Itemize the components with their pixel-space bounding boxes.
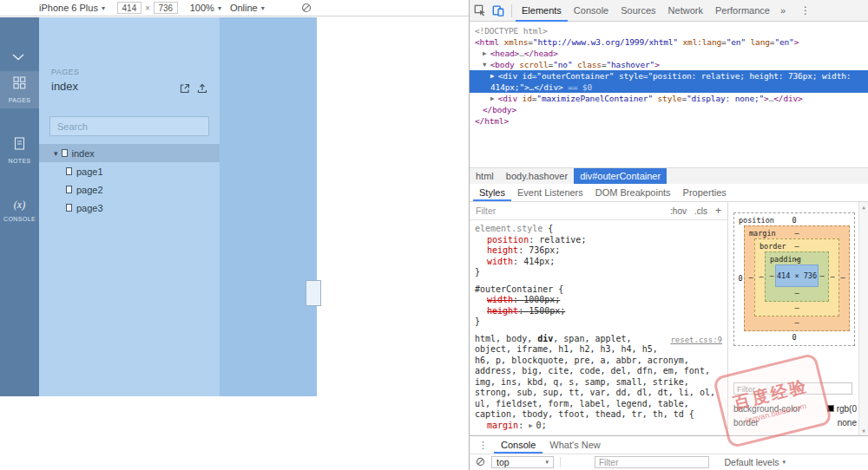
search-input[interactable] [49,116,209,136]
tree-expand-caret-icon[interactable]: ▾ [54,149,58,158]
style-property[interactable]: height: 1500px; [475,306,722,317]
sidebar-tab-event-listeners[interactable]: Event Listeners [511,184,589,201]
computed-row[interactable]: background-colorrgb(0 [733,401,857,415]
box-model-content-size[interactable]: 414 × 736 [775,264,819,287]
stylesheet-link[interactable]: reset.css:9 [670,335,722,346]
dom-tree-line[interactable]: ▶ <div id="maximizePanelContainer" style… [470,93,868,104]
position-bottom-value[interactable]: 0 [792,333,796,342]
dom-tree-line[interactable]: ▶ <head>…</head> [470,48,868,59]
kebab-menu-icon[interactable]: ⋮ [472,436,494,454]
expand-shorthand-icon[interactable]: ▶ [529,422,536,429]
dom-tree-line[interactable]: <html xmlns="http://www.w3.org/1999/xhtm… [470,36,868,48]
sidebar-item-console[interactable]: (x) CONSOLE [0,196,39,222]
no-throttling-icon[interactable] [301,3,312,13]
breadcrumb-item[interactable]: html [470,168,500,184]
console-x-icon: (x) [14,199,25,211]
style-property[interactable]: height: 736px; [475,245,722,257]
margin-left-value[interactable]: – [747,238,754,317]
style-property[interactable]: margin: ▶ 0; [475,421,722,432]
style-rule[interactable]: element.style {position: relative;height… [475,224,722,278]
padding-right-value[interactable]: – [819,264,825,287]
device-toolbar-toggle-icon[interactable] [492,4,504,16]
tree-row[interactable]: page2 [39,180,220,199]
sidebar-item-pages[interactable]: PAGES [0,71,39,108]
scrollbar[interactable]: ▲ ▼ [858,202,868,435]
style-property[interactable]: width: 414px; [475,257,722,268]
tree-row[interactable]: page3 [39,199,220,217]
box-model-diagram[interactable]: position 0 0 margin – – [728,202,868,346]
border-bottom-value[interactable]: – [794,304,799,312]
devtools-tab-sources[interactable]: Sources [615,0,661,22]
chevron-down-icon: ▾ [218,4,221,12]
border-right-value[interactable]: – [829,251,836,302]
property-name: height [487,306,518,316]
margin-right-value[interactable]: – [839,238,846,317]
viewport-height-input[interactable] [154,2,178,14]
devtools-tab-elements[interactable]: Elements [516,0,568,22]
margin-top-value[interactable]: – [794,229,799,238]
dom-tree-line[interactable]: <!DOCTYPE html> [470,25,868,36]
drawer-tab-what-s-new[interactable]: What's New [542,436,607,454]
console-filter-input[interactable] [595,456,709,468]
collapse-chevron-icon[interactable] [11,49,25,64]
execution-context-select[interactable]: top ▾ [491,456,554,468]
padding-left-value[interactable]: – [768,264,775,287]
breadcrumb-item[interactable]: div#outerContainer [574,168,667,184]
screenshot-root: iPhone 6 Plus ▾ × 100% ▾ Online ▾ [0,0,868,470]
scroll-up-icon[interactable]: ▲ [862,204,865,210]
computed-property-value: none [838,418,857,428]
new-style-rule-button[interactable]: + [715,205,721,217]
code-token: > [794,37,799,47]
toggle-class-button[interactable]: .cls [694,206,707,216]
publish-icon[interactable] [197,82,207,97]
dom-tree-line[interactable]: ▼ <body scroll="no" class="hashover"> [470,59,868,70]
dom-tree-line[interactable]: </body> [470,104,868,115]
computed-filter-input[interactable] [733,382,852,395]
devtools-tabs: ElementsConsoleSourcesNetworkPerformance [516,0,776,22]
sidebar-item-notes[interactable]: NOTES [0,137,39,164]
margin-bottom-value[interactable]: – [794,318,799,327]
sidebar-tab-properties[interactable]: Properties [677,184,733,201]
computed-row[interactable]: bordernone [733,415,857,429]
style-rule[interactable]: reset.css:9html, body, div, span, applet… [475,334,722,432]
open-in-new-icon[interactable] [180,82,190,97]
drawer-tab-console[interactable]: Console [494,436,542,454]
device-type-select[interactable]: iPhone 6 Plus ▾ [39,3,105,13]
sidebar-tab-dom-breakpoints[interactable]: DOM Breakpoints [589,184,677,201]
toggle-hover-state-button[interactable]: :hov [670,206,687,216]
code-token: "no" [553,60,572,69]
dom-tree-line[interactable]: 414px;">…</div> == $0 [470,82,868,93]
position-left-value[interactable]: 0 [737,225,744,331]
devtools-tab-network[interactable]: Network [662,0,709,22]
kebab-menu-icon[interactable]: ⋮ [797,4,814,16]
clear-console-icon[interactable] [476,457,485,468]
network-throttle-select[interactable]: Online ▾ [230,3,265,13]
padding-bottom-value[interactable]: – [794,289,799,297]
style-property[interactable]: width: 1000px; [475,295,722,306]
tree-row[interactable]: page1 [39,162,220,180]
border-left-value[interactable]: – [758,251,765,302]
more-tabs-button[interactable]: » [776,5,790,16]
inspect-element-icon[interactable] [474,4,486,16]
style-rule[interactable]: #outerContainer {width: 1000px;height: 1… [475,284,722,328]
chevron-down-icon: ▾ [782,459,786,466]
log-levels-select[interactable]: Default levels ▾ [724,457,786,467]
sidebar-tab-styles[interactable]: Styles [473,184,511,201]
styles-filter-input[interactable]: Filter [476,206,496,216]
tree-row[interactable]: ▾index [39,144,220,162]
position-label: position [739,216,774,225]
devtools-tab-performance[interactable]: Performance [709,0,776,22]
devtools-tab-console[interactable]: Console [568,0,615,22]
viewport-width-input[interactable] [117,2,141,14]
page-widget-box [306,280,321,306]
zoom-select[interactable]: 100% ▾ [190,3,221,13]
position-top-value[interactable]: 0 [792,216,796,225]
dom-tree-line[interactable]: ▶ <div id="outerContainer" style="positi… [470,70,868,82]
dom-tree-line[interactable]: </html> [470,115,868,127]
padding-top-value[interactable]: – [794,255,799,264]
border-top-value[interactable]: – [794,242,799,251]
scroll-down-icon[interactable]: ▼ [862,428,865,434]
breadcrumb-item[interactable]: body.hashover [500,168,574,184]
chevron-down-icon: ▾ [261,4,265,12]
style-property[interactable]: position: relative; [475,235,722,246]
